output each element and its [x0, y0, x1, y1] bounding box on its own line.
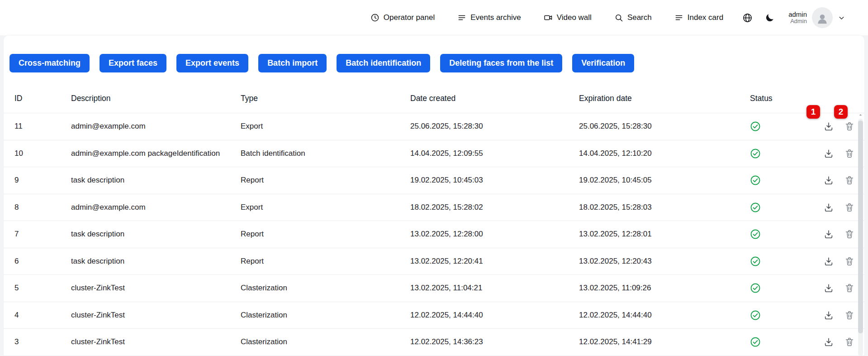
nav-video-wall[interactable]: Video wall — [544, 13, 592, 22]
delete-button[interactable] — [844, 256, 854, 266]
download-icon — [824, 202, 834, 212]
download-icon — [824, 310, 834, 320]
toolbar: Cross-matching Export faces Export event… — [4, 35, 864, 72]
nav-search-label: Search — [627, 13, 652, 22]
scrollbar-track[interactable] — [858, 119, 863, 356]
header-id: ID — [14, 94, 71, 103]
download-button[interactable] — [824, 310, 834, 320]
cell-id: 5 — [14, 284, 71, 293]
theme-toggle-button[interactable] — [764, 13, 775, 23]
user-info: admin Admin — [788, 10, 807, 25]
cell-description: cluster-ZinkTest — [71, 284, 241, 293]
batch-identification-button[interactable]: Batch identification — [337, 54, 430, 72]
header-description: Description — [71, 94, 241, 103]
scrollbar-thumb[interactable] — [858, 120, 863, 333]
trash-icon — [844, 310, 854, 320]
language-globe-button[interactable] — [742, 13, 753, 23]
nav-index-card[interactable]: Index card — [674, 13, 723, 22]
trash-icon — [844, 149, 854, 159]
trash-icon — [844, 256, 854, 266]
main-navigation: Operator panel Events archive Video wall… — [370, 13, 723, 22]
delete-button[interactable] — [844, 175, 854, 185]
header-date-created: Date created — [410, 94, 579, 103]
export-faces-button[interactable]: Export faces — [100, 54, 166, 72]
download-button[interactable] — [824, 121, 834, 131]
status-success-icon — [750, 202, 761, 213]
table-row: 3 cluster-ZinkTest Clasterization 12.02.… — [4, 329, 864, 356]
nav-operator-panel-label: Operator panel — [384, 13, 435, 22]
cell-type: Report — [241, 176, 410, 185]
nav-operator-panel[interactable]: Operator panel — [370, 13, 435, 22]
chevron-down-icon — [838, 14, 845, 22]
download-button[interactable] — [824, 229, 834, 239]
delete-button[interactable] — [844, 283, 854, 293]
table-header: ID Description Type Date created Expirat… — [4, 72, 864, 113]
trash-icon — [844, 202, 854, 212]
trash-icon — [844, 121, 854, 131]
delete-button[interactable] — [844, 149, 854, 159]
cross-matching-button[interactable]: Cross-matching — [9, 54, 90, 72]
delete-button[interactable] — [844, 337, 854, 347]
cell-description: admin@example.com — [71, 122, 241, 131]
table-row: 6 task description Report 13.02.2025, 12… — [4, 248, 864, 275]
download-button[interactable] — [824, 149, 834, 159]
user-menu[interactable]: admin Admin — [788, 7, 845, 28]
download-button[interactable] — [824, 337, 834, 347]
deleting-faces-button[interactable]: Deleting faces from the list — [440, 54, 562, 72]
navbar-controls: admin Admin — [742, 7, 845, 28]
cell-id: 11 — [14, 122, 71, 131]
cell-type: Export — [241, 203, 410, 212]
cell-description: admin@example.com — [71, 203, 241, 212]
tasks-panel: Cross-matching Export faces Export event… — [4, 35, 864, 356]
cell-date-created: 25.06.2025, 15:28:30 — [410, 122, 579, 131]
download-icon — [824, 229, 834, 239]
download-icon — [824, 121, 834, 131]
scroll-up-arrow[interactable] — [858, 111, 863, 118]
status-success-icon — [750, 175, 761, 186]
top-navbar: Operator panel Events archive Video wall… — [0, 0, 868, 35]
table-row: 7 task description Report 13.02.2025, 12… — [4, 221, 864, 248]
cell-expiration-date: 25.06.2025, 15:28:30 — [579, 122, 750, 131]
cell-expiration-date: 13.02.2025, 11:09:26 — [579, 284, 750, 293]
delete-button[interactable] — [844, 310, 854, 320]
verification-button[interactable]: Verification — [572, 54, 634, 72]
table-row: 9 task description Report 19.02.2025, 10… — [4, 167, 864, 194]
download-button[interactable] — [824, 256, 834, 266]
status-success-icon — [750, 229, 761, 240]
header-status: Status — [750, 94, 818, 103]
status-success-icon — [750, 148, 761, 159]
header-type: Type — [241, 94, 410, 103]
cell-id: 6 — [14, 257, 71, 266]
nav-search[interactable]: Search — [614, 13, 652, 22]
cell-description: task description — [71, 230, 241, 239]
download-button[interactable] — [824, 202, 834, 212]
cell-date-created: 13.02.2025, 11:04:21 — [410, 284, 579, 293]
cell-date-created: 13.02.2025, 12:20:41 — [410, 257, 579, 266]
cell-description: task description — [71, 176, 241, 185]
status-success-icon — [750, 256, 761, 267]
person-icon — [816, 12, 829, 25]
download-button[interactable] — [824, 283, 834, 293]
download-icon — [824, 175, 834, 185]
trash-icon — [844, 337, 854, 347]
status-success-icon — [750, 337, 761, 347]
download-button[interactable] — [824, 175, 834, 185]
delete-button[interactable] — [844, 121, 854, 131]
batch-import-button[interactable]: Batch import — [258, 54, 327, 72]
cell-date-created: 19.02.2025, 10:45:03 — [410, 176, 579, 185]
vertical-scrollbar — [858, 111, 863, 356]
cell-type: Export — [241, 122, 410, 131]
table-row: 4 cluster-ZinkTest Clasterization 12.02.… — [4, 302, 864, 329]
delete-button[interactable] — [844, 229, 854, 239]
download-icon — [824, 283, 834, 293]
status-success-icon — [750, 121, 761, 132]
cell-expiration-date: 12.02.2025, 14:44:40 — [579, 311, 750, 320]
export-events-button[interactable]: Export events — [176, 54, 248, 72]
nav-events-archive[interactable]: Events archive — [457, 13, 521, 22]
search-icon — [614, 13, 623, 22]
trash-icon — [844, 283, 854, 293]
cell-id: 9 — [14, 176, 71, 185]
delete-button[interactable] — [844, 202, 854, 212]
user-menu-chevron[interactable] — [838, 14, 845, 22]
cell-id: 10 — [14, 149, 71, 158]
